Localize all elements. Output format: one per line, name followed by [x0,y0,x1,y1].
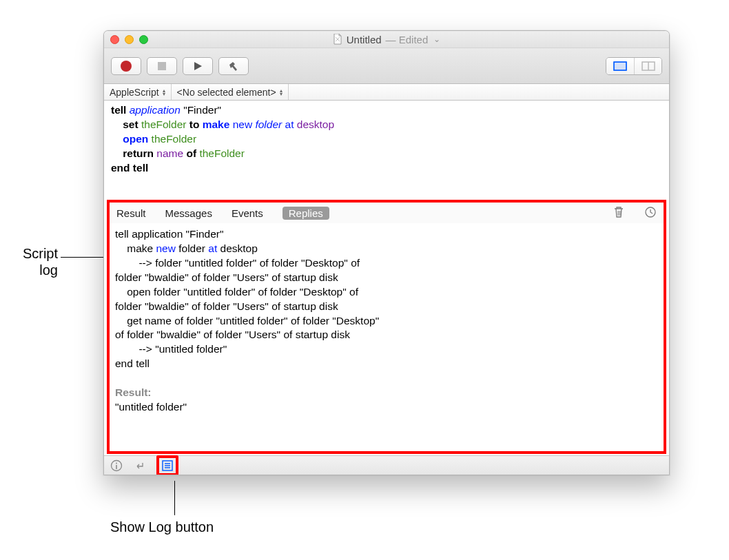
clear-log-button[interactable] [613,205,625,221]
annotation-script-log-l1: Script [23,246,58,261]
window-title[interactable]: Untitled — Edited ⌄ [104,34,669,45]
stepper-icon: ▴▾ [280,89,283,96]
enum-desktop: desktop [297,118,334,130]
tab-replies[interactable]: Replies [283,207,329,220]
language-popup[interactable]: AppleScript ▴▾ [104,84,172,100]
status-bar [104,455,669,475]
record-button[interactable] [111,57,141,75]
element-popup[interactable]: <No selected element> ▴▾ [172,84,289,100]
result-header: Result: [115,386,152,398]
clock-icon [644,206,657,218]
chevron-down-icon: ⌄ [433,34,440,44]
prop-name: name [156,147,183,159]
result-view-button[interactable] [133,459,147,473]
tab-result[interactable]: Result [116,207,146,219]
info-icon [110,459,123,472]
log-tab-bar: Result Messages Events Replies [110,203,664,223]
svg-point-7 [116,462,117,464]
stop-icon [157,61,167,71]
cmd-open: open [123,133,148,145]
cmd-make: make [203,118,230,130]
show-log-button-highlight [156,455,178,476]
hammer-icon [227,61,240,72]
svg-rect-0 [158,62,166,70]
edited-label: — Edited [386,34,429,45]
kw-application: application [130,104,181,116]
annotation-showlog-line [174,481,175,515]
toolbar [104,48,669,84]
annotation-showlog-label: Show Log button [110,519,214,535]
close-window-button[interactable] [110,35,119,44]
kw-return: return [123,147,154,159]
script-editor-window: Untitled — Edited ⌄ AppleScr [103,30,670,475]
return-arrow-icon [134,459,146,472]
document-name: Untitled [347,34,382,45]
kw-set: set [123,118,138,130]
log-content[interactable]: tell application "Finder" make new folde… [110,223,664,451]
kw-to: to [189,118,200,130]
kw-endtell: end tell [111,162,148,174]
annotation-showlog: Show Log button [110,519,214,535]
editor-view-icon [613,61,627,71]
view-accessory-button[interactable] [634,58,661,74]
str-finder: "Finder" [183,104,221,116]
log-icon [161,459,174,472]
record-icon [121,61,132,72]
var-theFolder: theFolder [141,118,186,130]
view-editor-button[interactable] [606,58,634,74]
kw-new: new [233,118,252,130]
accessory-view-icon [641,61,655,71]
element-popup-label: <No selected element> [177,87,276,98]
view-segmented-control [606,57,662,75]
traffic-lights [104,35,148,44]
description-button[interactable] [110,459,123,473]
kw-of: of [186,147,196,159]
stop-button[interactable] [147,57,177,75]
svg-rect-8 [116,465,117,469]
kw-tell: tell [111,104,126,116]
run-button[interactable] [183,57,213,75]
zoom-window-button[interactable] [139,35,148,44]
trash-icon [613,205,625,219]
minimize-window-button[interactable] [125,35,134,44]
document-icon [333,34,342,45]
annotation-script-log-line [61,257,103,258]
show-log-button[interactable] [161,459,174,473]
tab-events[interactable]: Events [232,207,263,219]
tab-messages[interactable]: Messages [165,207,212,219]
var-theFolder: theFolder [152,133,196,145]
svg-rect-2 [614,62,626,70]
log-timing-button[interactable] [644,206,657,220]
play-icon [193,61,203,71]
stepper-icon: ▴▾ [163,89,165,96]
var-theFolder: theFolder [199,147,244,159]
annotation-script-log-l2: log [39,262,58,278]
class-folder: folder [255,118,282,130]
annotation-script-log: Script log [8,245,58,278]
result-value: "untitled folder" [115,401,187,413]
log-panel: Result Messages Events Replies tell appl… [107,200,666,454]
kw-at: at [285,118,294,130]
titlebar: Untitled — Edited ⌄ [104,31,669,48]
compile-button[interactable] [218,57,249,75]
language-popup-label: AppleScript [110,87,159,98]
navigation-bar: AppleScript ▴▾ <No selected element> ▴▾ [104,84,669,101]
script-editor-pane[interactable]: tell application "Finder" set theFolder … [104,101,669,198]
